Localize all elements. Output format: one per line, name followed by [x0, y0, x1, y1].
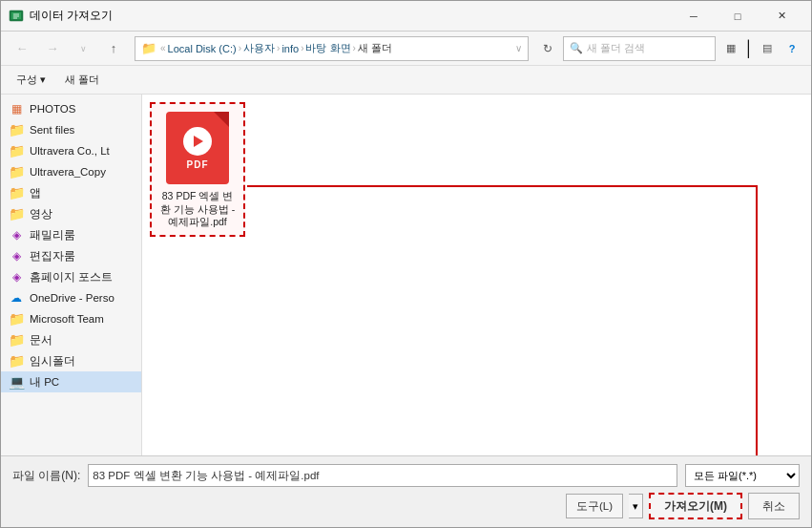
address-toolbar: ← → ∨ ↑ 📁 « Local Disk (C:) › 사용자 › info…: [1, 32, 811, 66]
sidebar-item-label: 영상: [30, 207, 52, 222]
action-toolbar: 구성 ▾ 새 폴더: [1, 66, 811, 95]
folder-icon-temp: 📁: [9, 353, 24, 369]
sidebar-item-teams[interactable]: 📁 Microsoft Team: [1, 308, 141, 329]
forward-dropdown-button[interactable]: ∨: [70, 35, 96, 62]
sidebar-item-editor[interactable]: ◈ 편집자룸: [1, 245, 141, 266]
tools-dropdown-button[interactable]: ▾: [629, 494, 643, 518]
search-icon: 🔍: [570, 42, 583, 54]
address-crumbs: « Local Disk (C:) › 사용자 › info › 바탕 화면 ›…: [160, 41, 392, 55]
sidebar-item-ultravera-copy[interactable]: 📁 Ultravera_Copy: [1, 161, 141, 182]
forward-button[interactable]: →: [39, 35, 66, 62]
search-bar[interactable]: 🔍 새 폴더 검색: [563, 36, 716, 61]
filename-input[interactable]: [88, 464, 677, 487]
pc-icon: 💻: [9, 374, 24, 390]
sidebar-item-homepage[interactable]: ◈ 홈페이지 포스트: [1, 266, 141, 287]
organize-button[interactable]: 구성 ▾: [9, 70, 53, 91]
maximize-button[interactable]: □: [716, 1, 760, 32]
folder-icon-ultravera: 📁: [9, 143, 24, 158]
sidebar-item-ultravera[interactable]: 📁 Ultravera Co., Lt: [1, 140, 141, 161]
family-icon-1: ◈: [9, 227, 24, 243]
sidebar-item-label: 문서: [30, 333, 52, 348]
crumb-new-folder: 새 폴더: [358, 41, 392, 55]
crumb-info[interactable]: info: [281, 43, 299, 54]
file-grid: PDF 83 PDF 엑셀 변환 기능 사용법 - 예제파일.pdf: [150, 102, 803, 237]
new-folder-button[interactable]: 새 폴더: [57, 70, 107, 91]
content-area: ▦ PHOTOS 📁 Sent files 📁 Ultravera Co., L…: [1, 95, 811, 455]
sidebar-item-my-pc[interactable]: 💻 내 PC: [1, 371, 141, 392]
pdf-icon-container: PDF: [163, 110, 232, 186]
view-panel-button[interactable]: ▤: [756, 37, 779, 60]
folder-icon-sent: 📁: [9, 122, 24, 137]
sidebar-item-label: 앱: [30, 186, 41, 201]
titlebar-title: 데이터 가져오기: [30, 8, 672, 24]
sidebar-item-family[interactable]: ◈ 패밀리룸: [1, 224, 141, 245]
folder-icon-ultravera-copy: 📁: [9, 164, 24, 180]
file-name-label: 83 PDF 엑셀 변환 기능 사용법 - 예제파일.pdf: [157, 190, 238, 229]
up-button[interactable]: ↑: [100, 35, 127, 62]
sidebar: ▦ PHOTOS 📁 Sent files 📁 Ultravera Co., L…: [1, 95, 142, 455]
photos-icon: ▦: [9, 101, 24, 116]
sidebar-item-label: Ultravera Co., Lt: [30, 145, 110, 157]
titlebar: 데이터 가져오기 ─ □ ✕: [1, 1, 811, 32]
pdf-label-text: PDF: [187, 159, 209, 170]
crumb-sep-4: ›: [353, 43, 356, 53]
filetype-select[interactable]: 모든 파일(*.*): [685, 464, 800, 487]
sidebar-item-label: 홈페이지 포스트: [30, 270, 113, 285]
back-button[interactable]: ←: [9, 35, 35, 62]
bottom-bar: 파일 이름(N): 모든 파일(*.*) 도구(L) ▾ 가져오기(M) 취소: [1, 455, 811, 527]
refresh-button[interactable]: ↻: [536, 37, 559, 60]
sidebar-item-video[interactable]: 📁 영상: [1, 203, 141, 224]
folder-icon-video: 📁: [9, 206, 24, 222]
family-icon-3: ◈: [9, 269, 24, 285]
onedrive-icon: ☁: [9, 290, 24, 306]
main-file-area: PDF 83 PDF 엑셀 변환 기능 사용법 - 예제파일.pdf: [142, 95, 811, 455]
sidebar-item-label: Sent files: [30, 124, 74, 136]
sidebar-item-photos[interactable]: ▦ PHOTOS: [1, 98, 141, 119]
cancel-button[interactable]: 취소: [748, 493, 800, 519]
tools-button[interactable]: 도구(L): [566, 494, 623, 518]
address-bar[interactable]: 📁 « Local Disk (C:) › 사용자 › info › 바탕 화면…: [135, 36, 529, 61]
help-button[interactable]: ?: [781, 37, 803, 60]
sidebar-item-sent-files[interactable]: 📁 Sent files: [1, 119, 141, 140]
crumb-sep-2: ›: [277, 43, 280, 53]
action-row: 도구(L) ▾ 가져오기(M) 취소: [12, 493, 800, 519]
sidebar-item-label: PHOTOS: [30, 103, 75, 115]
view-layout-button[interactable]: ▦: [719, 37, 742, 60]
address-dropdown-icon[interactable]: ∨: [515, 43, 522, 53]
sidebar-item-label: 임시폴더: [30, 354, 75, 369]
sidebar-item-label: OneDrive - Perso: [30, 292, 115, 304]
crumb-local-disk[interactable]: Local Disk (C:): [168, 43, 237, 54]
search-placeholder: 새 폴더 검색: [587, 41, 645, 55]
filename-label: 파일 이름(N):: [12, 468, 80, 484]
sidebar-item-label: 내 PC: [30, 375, 59, 390]
crumb-sep-3: ›: [301, 43, 303, 53]
folder-icon-app: 📁: [9, 185, 24, 201]
sidebar-item-label: Microsoft Team: [30, 313, 104, 325]
sidebar-item-onedrive[interactable]: ☁ OneDrive - Perso: [1, 287, 141, 308]
sidebar-item-label: 패밀리룸: [30, 228, 75, 243]
sidebar-item-app[interactable]: 📁 앱: [1, 182, 141, 203]
folder-icon-teams: 📁: [9, 311, 24, 327]
crumb-user[interactable]: 사용자: [243, 41, 275, 55]
view-controls: ▦ │ ▤ ?: [719, 37, 803, 60]
view-divider: │: [744, 40, 754, 57]
pdf-file-icon: PDF: [166, 112, 229, 184]
close-button[interactable]: ✕: [760, 1, 803, 32]
sidebar-item-label: Ultravera_Copy: [30, 166, 106, 178]
crumb-separator: «: [160, 43, 166, 53]
crumb-sep-1: ›: [239, 43, 241, 53]
family-icon-2: ◈: [9, 248, 24, 264]
dialog-window: 데이터 가져오기 ─ □ ✕ ← → ∨ ↑ 📁 « Local Disk (C…: [0, 0, 812, 528]
sidebar-item-label: 편집자룸: [30, 249, 75, 264]
sidebar-item-documents[interactable]: 📁 문서: [1, 329, 141, 350]
sidebar-item-temp[interactable]: 📁 임시폴더: [1, 350, 141, 371]
minimize-button[interactable]: ─: [672, 1, 716, 32]
crumb-desktop[interactable]: 바탕 화면: [305, 41, 350, 55]
titlebar-controls: ─ □ ✕: [672, 1, 803, 32]
file-item-pdf[interactable]: PDF 83 PDF 엑셀 변환 기능 사용법 - 예제파일.pdf: [150, 102, 245, 237]
folder-icon-documents: 📁: [9, 332, 24, 348]
filename-row: 파일 이름(N): 모든 파일(*.*): [12, 464, 800, 487]
pdf-play-symbol: [183, 127, 212, 156]
titlebar-icon: [9, 9, 24, 24]
open-button[interactable]: 가져오기(M): [649, 493, 742, 519]
